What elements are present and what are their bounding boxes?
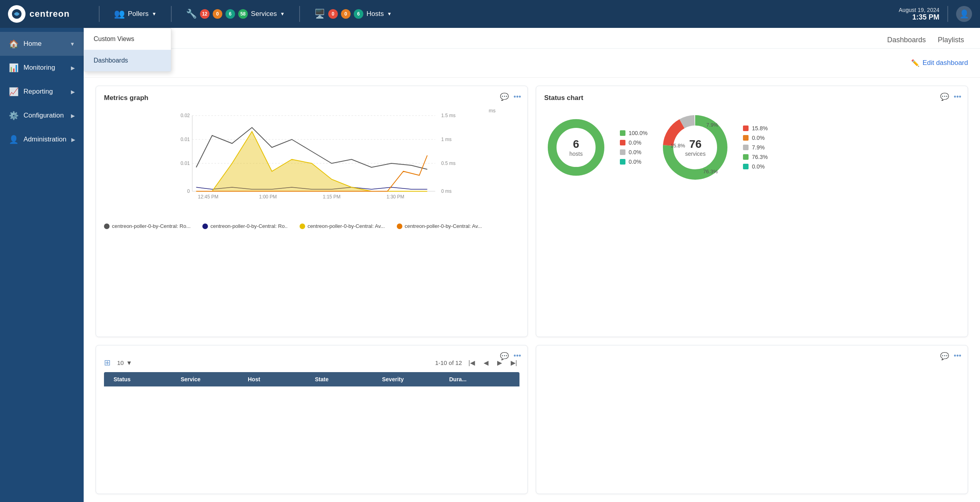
svg-text:0: 0	[187, 188, 190, 194]
svg-text:0.01: 0.01	[180, 137, 190, 142]
home-expand-icon: ▼	[70, 41, 75, 47]
hosts-dot-red	[620, 140, 625, 145]
sidebar: 🏠 Home ▼ 📊 Monitoring ▶ 📈 Reporting ▶ ⚙️…	[0, 28, 84, 502]
pagination-text: 1-10 of 12	[435, 359, 462, 366]
status-chart-title: Status chart	[544, 94, 960, 102]
hosts-dot-gray	[620, 149, 625, 155]
services-dot-green	[743, 154, 749, 160]
th-state: State	[312, 376, 379, 382]
legend-label-2: centreon-poller-0-by-Central: Ro..	[210, 223, 288, 229]
hosts-dot-teal	[620, 159, 625, 165]
services-pct-1: 15.8%	[752, 125, 768, 131]
metrics-graph-svg: 0.02 0.01 0.01 0 1.5 ms 1 ms 0.5 ms 0 ms…	[104, 108, 519, 211]
services-badge-red: 12	[200, 9, 210, 19]
topbar-right: August 19, 2024 1:35 PM 👤	[899, 6, 972, 22]
app-name: centreon	[29, 9, 70, 19]
table-chat-icon[interactable]: 💬	[500, 352, 509, 361]
hosts-count: 6	[569, 138, 582, 151]
legend-dot-1	[104, 224, 110, 229]
administration-expand-icon: ▶	[71, 137, 75, 143]
hosts-legend-item-2: 0.0%	[620, 139, 647, 146]
hosts-badge-orange: 0	[341, 9, 351, 19]
services-badge-orange: 0	[213, 9, 222, 19]
services-pct-5: 0.0%	[752, 163, 764, 170]
svg-text:1 ms: 1 ms	[441, 137, 452, 142]
sidebar-item-reporting[interactable]: 📈 Reporting ▶	[0, 80, 84, 104]
legend-item-4: centreon-poller-0-by-Central: Av...	[397, 223, 482, 229]
svg-text:7.9%: 7.9%	[706, 122, 718, 128]
hosts-badge-teal: 6	[354, 9, 363, 19]
sidebar-item-configuration[interactable]: ⚙️ Configuration ▶	[0, 104, 84, 127]
edit-dashboard-button[interactable]: ✏️ Edit dashboard	[911, 59, 968, 67]
datetime-display: August 19, 2024 1:35 PM	[899, 7, 939, 22]
services-pct-4: 76.3%	[752, 154, 768, 160]
pollers-nav[interactable]: 👥 Pollers ▼	[107, 0, 164, 28]
user-icon: 👤	[959, 9, 969, 19]
sidebar-item-monitoring[interactable]: 📊 Monitoring ▶	[0, 56, 84, 80]
svg-text:1:00 PM: 1:00 PM	[259, 194, 277, 200]
bottom-right-chat-icon[interactable]: 💬	[940, 352, 949, 361]
sidebar-item-home[interactable]: 🏠 Home ▼	[0, 32, 84, 56]
hosts-donut: 6 hosts	[544, 116, 608, 179]
content-area: Dashboards Playlists ⚙ ↗ ↺ ✏️ Edit dashb…	[84, 28, 980, 502]
services-label: services	[685, 150, 706, 157]
metrics-chat-icon[interactable]: 💬	[500, 92, 509, 101]
first-page-button[interactable]: |◀	[466, 357, 477, 368]
current-time: 1:35 PM	[899, 13, 939, 22]
nav-divider-2	[171, 6, 172, 22]
dashboards-nav-link[interactable]: Dashboards	[887, 36, 926, 44]
hosts-badge-red: 0	[328, 9, 338, 19]
user-avatar[interactable]: 👤	[956, 6, 972, 22]
svg-text:15.8%: 15.8%	[670, 143, 685, 149]
services-dot-red	[743, 125, 749, 131]
bottom-right-more-icon[interactable]: •••	[954, 352, 961, 360]
configuration-expand-icon: ▶	[71, 113, 75, 119]
dropdown-dashboards[interactable]: Dashboards	[84, 50, 171, 71]
dropdown-custom-views[interactable]: Custom Views	[84, 28, 171, 50]
services-count: 76	[685, 138, 706, 151]
widgets-grid: 💬 ••• Metrics graph ms	[84, 78, 980, 502]
home-dropdown-menu: Custom Views Dashboards	[84, 28, 171, 72]
legend-item-1: centreon-poller-0-by-Central: Ro...	[104, 223, 190, 229]
status-more-icon[interactable]: •••	[954, 93, 961, 101]
content-header-nav: Dashboards Playlists	[887, 36, 964, 44]
legend-dot-3	[300, 224, 305, 229]
svg-marker-18	[196, 131, 427, 191]
dashboard-toolbar: ⚙ ↗ ↺ ✏️ Edit dashboard	[84, 49, 980, 78]
svg-text:0 ms: 0 ms	[441, 188, 452, 194]
columns-view-icon[interactable]: ⊞	[104, 358, 111, 367]
status-chart-content: 6 hosts 100.0% 0.0%	[544, 108, 960, 187]
hosts-chevron: ▼	[387, 11, 392, 17]
status-chat-icon[interactable]: 💬	[940, 92, 949, 101]
services-dot-gray	[743, 145, 749, 150]
hosts-pct-4: 0.0%	[629, 159, 641, 165]
svg-text:12:45 PM: 12:45 PM	[198, 194, 218, 200]
sidebar-administration-label: Administration	[24, 135, 67, 143]
rows-per-page-select[interactable]: 10 ▼	[117, 359, 132, 366]
services-nav[interactable]: 🔧 12 0 6 58 Services ▼	[179, 0, 292, 28]
services-label: Services	[251, 10, 277, 18]
logo-icon	[8, 5, 25, 23]
monitoring-icon: 📊	[9, 63, 19, 73]
prev-page-button[interactable]: ◀	[481, 357, 491, 368]
services-legend-item-4: 76.3%	[743, 154, 768, 160]
legend-item-2: centreon-poller-0-by-Central: Ro..	[202, 223, 288, 229]
table-more-icon[interactable]: •••	[514, 352, 521, 360]
th-service: Service	[178, 376, 245, 382]
table-header: Status Service Host State Severity Dura.…	[104, 372, 519, 386]
services-legend-item-5: 0.0%	[743, 163, 768, 170]
hosts-nav[interactable]: 🖥️ 0 0 6 Hosts ▼	[307, 0, 399, 28]
sidebar-item-administration[interactable]: 👤 Administration ▶	[0, 127, 84, 151]
services-badge-teal: 6	[225, 9, 235, 19]
svg-text:0.01: 0.01	[180, 161, 190, 166]
main-layout: 🏠 Home ▼ 📊 Monitoring ▶ 📈 Reporting ▶ ⚙️…	[0, 28, 980, 502]
status-chart-header: 💬 •••	[940, 92, 961, 101]
table-widget: 💬 ••• ⊞ 10 ▼ 1-10 of 12 |◀ ◀ ▶ ▶|	[96, 345, 528, 494]
edit-icon: ✏️	[911, 59, 919, 67]
rows-chevron: ▼	[126, 359, 132, 366]
th-duration: Dura...	[446, 376, 514, 382]
hosts-pct-3: 0.0%	[629, 149, 641, 155]
metrics-more-icon[interactable]: •••	[514, 93, 521, 101]
playlists-nav-link[interactable]: Playlists	[938, 36, 964, 44]
sidebar-reporting-label: Reporting	[24, 88, 53, 96]
